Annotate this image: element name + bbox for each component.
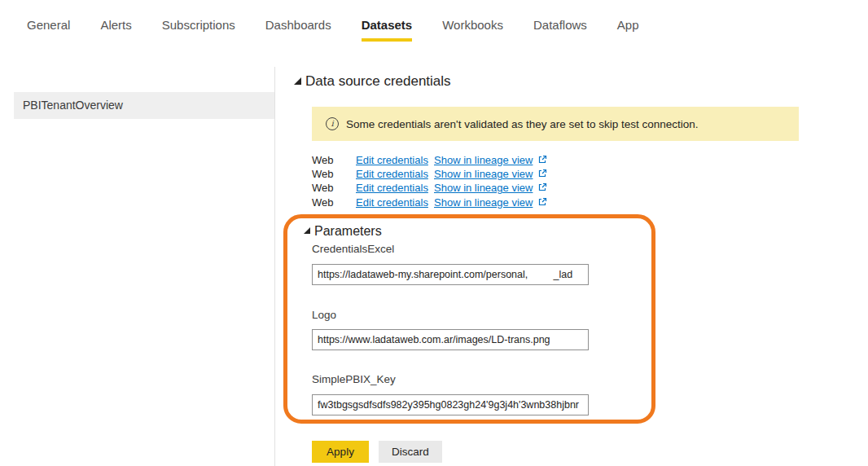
credential-row: Web Edit credentials Show in lineage vie…	[312, 196, 547, 209]
section-title-text: Data source credentials	[305, 73, 451, 90]
open-in-new-icon[interactable]	[537, 155, 547, 167]
tab-dashboards[interactable]: Dashboards	[265, 18, 331, 39]
data-source-credentials-header: Data source credentials	[294, 73, 451, 90]
tab-dataflows[interactable]: Dataflows	[533, 18, 587, 39]
collapse-triangle-icon[interactable]	[304, 227, 310, 234]
show-in-lineage-view-link[interactable]: Show in lineage view	[434, 182, 533, 194]
open-in-new-icon[interactable]	[537, 169, 547, 181]
settings-tab-bar: General Alerts Subscriptions Dashboards …	[27, 18, 639, 39]
tab-workbooks[interactable]: Workbooks	[442, 18, 503, 39]
banner-text: Some credentials aren't validated as the…	[346, 118, 699, 130]
open-in-new-icon[interactable]	[537, 182, 547, 195]
credentials-warning-banner: Some credentials aren't validated as the…	[312, 107, 799, 141]
edit-credentials-link[interactable]: Edit credentials	[356, 196, 428, 209]
sidebar-divider	[274, 67, 275, 466]
apply-button[interactable]: Apply	[312, 441, 369, 463]
show-in-lineage-view-link[interactable]: Show in lineage view	[434, 196, 533, 209]
source-type-label: Web	[312, 154, 356, 166]
credentialsexcel-input[interactable]	[312, 264, 589, 285]
simplepbix-key-label: SimplePBIX_Key	[312, 373, 396, 385]
parameters-header: Parameters	[304, 224, 382, 239]
tab-app[interactable]: App	[617, 18, 639, 39]
tab-general[interactable]: General	[27, 18, 70, 39]
tab-subscriptions[interactable]: Subscriptions	[162, 18, 235, 39]
source-type-label: Web	[312, 196, 356, 209]
credential-row: Web Edit credentials Show in lineage vie…	[312, 181, 547, 195]
credential-row: Web Edit credentials Show in lineage vie…	[312, 153, 547, 167]
edit-credentials-link[interactable]: Edit credentials	[356, 182, 428, 194]
show-in-lineage-view-link[interactable]: Show in lineage view	[434, 168, 533, 180]
collapse-triangle-icon[interactable]	[294, 77, 301, 85]
tab-alerts[interactable]: Alerts	[100, 18, 131, 39]
info-icon	[326, 117, 339, 130]
credentialsexcel-label: CredentialsExcel	[312, 243, 394, 255]
section-title-text: Parameters	[314, 224, 382, 239]
source-type-label: Web	[312, 168, 356, 180]
source-type-label: Web	[312, 182, 356, 194]
sidebar-item-pbitenantoverview[interactable]: PBITenantOverview	[14, 92, 274, 119]
simplepbix-key-input[interactable]	[312, 394, 589, 415]
edit-credentials-link[interactable]: Edit credentials	[356, 154, 428, 166]
credential-row-list: Web Edit credentials Show in lineage vie…	[312, 153, 547, 209]
open-in-new-icon[interactable]	[537, 197, 547, 209]
show-in-lineage-view-link[interactable]: Show in lineage view	[434, 154, 533, 166]
logo-label: Logo	[312, 309, 336, 321]
logo-input[interactable]	[312, 329, 589, 350]
tab-datasets[interactable]: Datasets	[362, 18, 413, 39]
edit-credentials-link[interactable]: Edit credentials	[356, 168, 428, 180]
credential-row: Web Edit credentials Show in lineage vie…	[312, 167, 547, 181]
discard-button[interactable]: Discard	[379, 441, 442, 463]
